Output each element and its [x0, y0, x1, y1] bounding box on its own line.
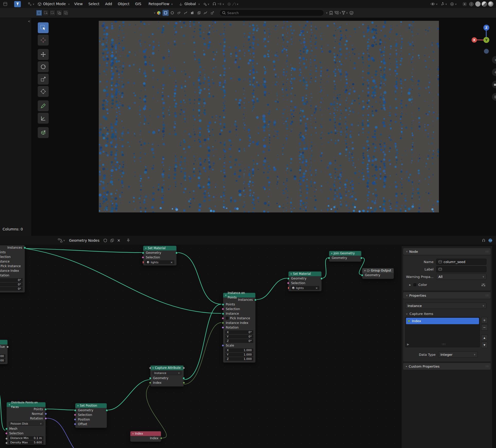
distribution-method-dropdown[interactable]: Poisson Disk∨: [9, 422, 43, 426]
camera-view-icon[interactable]: [492, 81, 496, 88]
move-item-down-button[interactable]: ▼: [481, 342, 488, 348]
socket-geometry-in[interactable]: [74, 409, 76, 412]
tool-select-box[interactable]: [38, 22, 49, 33]
tool-rotate[interactable]: [38, 61, 49, 72]
asset-cube-icon[interactable]: [156, 10, 162, 16]
collapse-icon[interactable]: ∨: [331, 251, 333, 256]
socket-geometry-in[interactable]: [328, 257, 330, 259]
tool-add-cube[interactable]: [38, 127, 49, 138]
surface-filter-icon[interactable]: [169, 10, 175, 16]
panel-node-header[interactable]: ∨ Node ∷∷: [403, 248, 491, 255]
select-mode-intersect-icon[interactable]: [63, 10, 69, 16]
tool-transform[interactable]: [38, 86, 49, 97]
list-grip-icon[interactable]: ∷∷: [442, 343, 445, 346]
add-item-button[interactable]: +: [481, 317, 488, 323]
collection-tree-icon[interactable]: ∨: [335, 10, 341, 16]
node-tree-type-icon[interactable]: ∨: [58, 238, 65, 242]
pivot-dropdown[interactable]: ∨: [203, 2, 209, 6]
gizmo-x-axis[interactable]: X: [472, 37, 477, 43]
node-set-material-1[interactable]: ∨Set Material Geometry Selection lights×: [143, 246, 177, 266]
socket-geometry-in[interactable]: [142, 252, 144, 254]
menu-view[interactable]: View: [71, 0, 85, 8]
socket-geometry-in[interactable]: [287, 277, 290, 280]
volume-filter-icon[interactable]: [189, 10, 195, 16]
socket-mesh-in[interactable]: [5, 428, 8, 430]
socket-geometry-in[interactable]: [149, 377, 151, 379]
viewport-render[interactable]: [99, 21, 439, 212]
tool-annotate[interactable]: [38, 100, 49, 111]
node-join-geometry[interactable]: ∨Join Geometry Geometry: [329, 251, 362, 262]
mode-dropdown[interactable]: Object Mode ∨: [38, 0, 70, 8]
menu-add[interactable]: Add: [102, 0, 115, 8]
tool-scale[interactable]: [38, 73, 49, 85]
node-instance-on-points-partial[interactable]: Instances Points Selection Instance Pick…: [0, 245, 25, 293]
socket-geometry-out[interactable]: [106, 409, 108, 412]
node-set-material-2[interactable]: ∨Set Material Geometry Selection lights×: [288, 271, 322, 291]
warning-propagation-dropdown[interactable]: All ∨: [436, 274, 486, 280]
menu-gis[interactable]: GIS: [132, 0, 144, 8]
metaball-filter-icon[interactable]: [176, 10, 182, 16]
scale-x-field[interactable]: X1.000: [225, 348, 253, 352]
node-capture-attribute[interactable]: ∨Capture Attribute Instance∨ Geometry In…: [150, 365, 184, 387]
rotation-z-field[interactable]: Z0°: [225, 339, 253, 343]
gizmo-y-axis[interactable]: Y: [483, 37, 489, 43]
editor-type-icon[interactable]: [2, 1, 8, 7]
socket-geometry-out[interactable]: [320, 277, 323, 280]
value-field-1[interactable]: 00: [0, 354, 5, 358]
transform-orientation-dropdown[interactable]: Global ∨: [179, 0, 200, 8]
scale-y-field[interactable]: Y1.000: [225, 353, 253, 357]
panel-properties-header[interactable]: ∨ Properties ∷∷: [403, 292, 491, 299]
data-type-dropdown[interactable]: Integer ∨: [438, 351, 478, 358]
node-set-position[interactable]: ∨Set Position Geometry Selection Positio…: [75, 403, 107, 428]
editor-chooser[interactable]: ∨: [28, 2, 34, 6]
shading-wireframe-icon[interactable]: [468, 1, 474, 7]
list-expand-icon[interactable]: ▶: [407, 343, 409, 346]
clear-material-icon[interactable]: ×: [315, 286, 318, 290]
geometry-node-editor[interactable]: ∨ Geometry Nodes × Instances Points Sele…: [0, 236, 496, 448]
color-presets-icon[interactable]: [481, 283, 485, 287]
shading-material-icon[interactable]: [482, 1, 487, 7]
socket-geometry-out[interactable]: [360, 257, 363, 259]
shield-check-icon[interactable]: [348, 10, 355, 16]
collapse-icon[interactable]: ∨: [225, 293, 227, 297]
gizmo-minus-z-axis[interactable]: [484, 49, 489, 54]
select-mode-new-icon[interactable]: [36, 10, 42, 16]
collapse-panel-icon[interactable]: <: [28, 20, 30, 23]
collapse-icon[interactable]: ∨: [132, 431, 134, 436]
rotation-x-field[interactable]: X0°: [0, 278, 23, 282]
collapse-icon[interactable]: ∨: [364, 268, 366, 273]
socket-distance-min-in[interactable]: [5, 437, 8, 440]
toggle-grid-icon[interactable]: [492, 93, 496, 101]
select-mode-invert-icon[interactable]: [56, 10, 62, 16]
rotation-y-field[interactable]: Y0°: [225, 335, 253, 339]
socket-instances-out[interactable]: [24, 247, 26, 249]
gizmo-z-axis[interactable]: Z: [483, 25, 489, 31]
search-box[interactable]: [219, 10, 324, 16]
filter-funnel-button[interactable]: [14, 1, 21, 7]
density-max-field[interactable]: Density Max5.600: [9, 441, 43, 444]
tool-move[interactable]: [38, 49, 49, 60]
select-mode-subtract-icon[interactable]: [49, 10, 56, 16]
socket-points-in[interactable]: [222, 303, 224, 306]
rotation-x-field[interactable]: X0°: [225, 330, 253, 334]
panel-custom-properties-header[interactable]: ▸ Custom Properties ∷∷: [403, 363, 491, 370]
scale-z-field[interactable]: Z1.000: [225, 357, 253, 361]
overlays-dropdown[interactable]: ∨: [450, 2, 457, 6]
socket-geometry-out[interactable]: [175, 252, 178, 254]
zoom-control-icon[interactable]: +: [492, 56, 496, 64]
capture-item-index[interactable]: Index: [406, 318, 479, 324]
socket-material-in[interactable]: [142, 261, 144, 264]
menu-object[interactable]: Object: [115, 0, 132, 8]
value-field-2[interactable]: 00: [0, 359, 5, 362]
material-select-field[interactable]: lights×: [145, 260, 174, 264]
node-index[interactable]: ∨Index Index: [130, 431, 161, 442]
panel-grip-icon[interactable]: ∷∷: [485, 365, 489, 368]
navigation-gizmo[interactable]: Z Y X: [463, 20, 491, 59]
panel-grip-icon[interactable]: ∷∷: [485, 250, 489, 253]
tool-measure[interactable]: [38, 113, 49, 124]
node-snap-magnet-icon[interactable]: [481, 237, 487, 244]
unlink-close-icon[interactable]: ×: [116, 237, 122, 244]
capture-items-list[interactable]: Index ▶ ∷∷: [405, 317, 480, 347]
clear-material-icon[interactable]: ×: [170, 261, 173, 264]
node-name-field[interactable]: columт_seed: [436, 259, 486, 265]
